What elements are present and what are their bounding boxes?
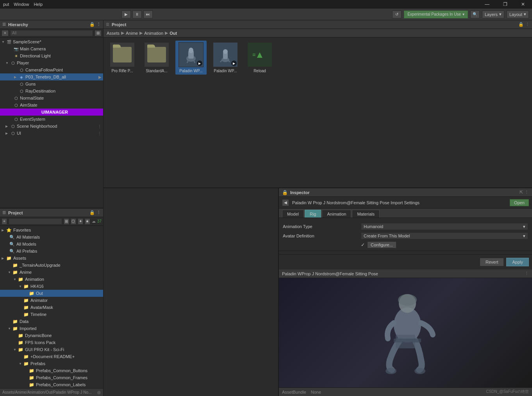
tree-item-samplescene[interactable]: ▼ 🎬 SampleScene* [0, 38, 103, 45]
project-item-all-prefabs[interactable]: 🔍 All Prefabs [0, 248, 103, 255]
project-icon3[interactable]: ✦ [78, 218, 83, 225]
inspector-back-button[interactable]: ◀ [282, 199, 289, 206]
project-icon4[interactable]: ★ [85, 218, 90, 225]
project-item-terrainautoupgrade[interactable]: 📁 _TerrainAutoUpgrade [0, 262, 103, 269]
tree-item-player[interactable]: ▼ ⬡ Player [0, 59, 103, 66]
inspector-more-icon[interactable]: ⋮ [525, 190, 529, 195]
tab-animation[interactable]: Animation [322, 210, 351, 218]
project-item-fpsicons[interactable]: 📁 FPS Icons Pack [0, 339, 103, 346]
inspector-open-button[interactable]: Open [510, 199, 529, 206]
project-item-readme[interactable]: 📁 +Document README+ [0, 353, 103, 360]
project-item-guipro[interactable]: ▼ 📁 GUI PRO Kit - Sci-Fi [0, 346, 103, 353]
configure-button[interactable]: Configure... [367, 241, 396, 248]
project-item-avatarmask[interactable]: 📁 AvatarMask [0, 304, 103, 311]
hierarchy-add-button[interactable]: + [2, 30, 9, 36]
file-item-standarda[interactable]: StandardA... [141, 41, 172, 75]
file-lock-icon[interactable]: 🔒 [518, 22, 524, 27]
tree-item-normalstate[interactable]: ⬡ NormalState [0, 95, 103, 102]
hierarchy-search[interactable] [10, 30, 93, 36]
gameobj-icon: ⬡ [19, 81, 24, 87]
project-item-out[interactable]: 📁 Out [0, 290, 103, 297]
file-more-icon[interactable]: ⋮ [525, 22, 530, 27]
breadcrumb-anime[interactable]: Anime [126, 31, 138, 36]
tab-rig[interactable]: Rig [305, 210, 321, 218]
tree-item-p03[interactable]: ▶ ◈ P03_Tenebro_DB_all ▶ [0, 73, 103, 80]
project-icon1[interactable]: ⊞ [64, 218, 69, 225]
tree-label: Scene Neighborhood [17, 124, 57, 128]
hierarchy-filter-button[interactable]: ⊞ [95, 30, 102, 36]
breadcrumb-out[interactable]: Out [170, 31, 177, 36]
project-item-assets[interactable]: ▶ 📁 Assets [0, 255, 103, 262]
layout-dropdown[interactable]: Layout ▾ [507, 11, 529, 18]
menu-put[interactable]: put [3, 2, 9, 7]
project-more-icon[interactable]: ⋮ [96, 210, 101, 215]
tab-model[interactable]: Model [282, 210, 304, 218]
maximize-button[interactable]: ❐ [496, 0, 514, 9]
import-tabs: Model Rig Animation Materials [279, 209, 532, 218]
inspector-expand-icon[interactable]: ⇱ [520, 190, 523, 195]
breadcrumb-assets[interactable]: Assets [107, 31, 120, 36]
file-label-paladin2: Paladin WP... [214, 69, 237, 73]
project-search[interactable] [9, 218, 62, 225]
project-lock-icon[interactable]: 🔒 [89, 210, 95, 215]
project-item-timeline[interactable]: 📁 Timeline [0, 311, 103, 318]
file-item-reload[interactable]: ▲ ≡ Reload [244, 41, 275, 75]
pause-button[interactable]: ⏸ [132, 11, 142, 18]
close-button[interactable]: ✕ [514, 0, 532, 9]
project-item-animator[interactable]: 📁 Animator [0, 297, 103, 304]
project-item-data[interactable]: 📁 Data [0, 318, 103, 325]
project-item-all-models[interactable]: 🔍 All Models [0, 241, 103, 248]
tree-item-guns[interactable]: ⬡ Guns [0, 80, 103, 87]
tree-item-uimanager[interactable]: UIMANAGER [0, 109, 103, 116]
packages-dropdown[interactable]: Experimental Packages In Use ▾ [404, 11, 468, 18]
project-item-anime[interactable]: ▼ 📁 Anime [0, 269, 103, 276]
file-menu-icon: ☰ [106, 22, 109, 27]
tree-item-directional-light[interactable]: ☀ Directional Light [0, 52, 103, 59]
search-button[interactable]: 🔍 [470, 11, 480, 18]
file-item-paladin2[interactable]: ▶ Paladin WP... [210, 41, 241, 75]
history-button[interactable]: ↺ [392, 11, 402, 18]
scroll-control[interactable]: ◎ [97, 390, 101, 394]
tree-item-scene-neighborhood[interactable]: ▶ ⬡ Scene Neighborhood ⋮ [0, 123, 103, 130]
tree-arrow: ▼ [5, 61, 10, 65]
tab-materials[interactable]: Materials [352, 210, 380, 218]
tree-item-aimstate[interactable]: ⬡ AimState [0, 102, 103, 109]
project-item-buttons[interactable]: 📁 Prefabs_Common_Buttons [0, 367, 103, 374]
project-item-all-materials[interactable]: 🔍 All Materials [0, 234, 103, 241]
menu-help[interactable]: Help [34, 2, 43, 7]
menu-window[interactable]: Window [14, 2, 29, 7]
window-controls[interactable]: — ❐ ✕ [478, 0, 532, 9]
tree-item-main-camera[interactable]: 📷 Main Camera [0, 45, 103, 52]
breadcrumb-animation[interactable]: Animation [144, 31, 163, 36]
tree-item-eventsystem[interactable]: ⬡ EventSystem [0, 116, 103, 123]
project-item-favorites[interactable]: ▶ ⭐ Favorites [0, 227, 103, 234]
minimize-button[interactable]: — [478, 0, 496, 9]
preview-more-icon[interactable]: ⋮ [525, 271, 529, 276]
tree-item-ui[interactable]: ▶ ⬡ UI ⋮ [0, 130, 103, 137]
hierarchy-more-icon[interactable]: ⋮ [96, 22, 101, 27]
project-item-labels[interactable]: 📁 Prefabs_Common_Labels [0, 381, 103, 388]
hierarchy-lock-icon[interactable]: 🔒 [89, 22, 95, 27]
project-item-animation[interactable]: ▼ 📁 Animation [0, 276, 103, 283]
animation-type-dropdown[interactable]: Humanoid ▾ [361, 223, 528, 230]
project-item-hk416[interactable]: ▼ 📁 HK416 [0, 283, 103, 290]
play-button[interactable]: ▶ [121, 11, 131, 18]
revert-button[interactable]: Revert [480, 258, 504, 266]
step-button[interactable]: ⏭ [143, 11, 153, 18]
left-panel: ☰ Hierarchy 🔒 ⋮ + ⊞ ▼ 🎬 SampleScene* [0, 20, 104, 396]
project-item-frames[interactable]: 📁 Prefabs_Common_Frames [0, 374, 103, 381]
tree-item-raydesitination[interactable]: ⬡ RayDesitination [0, 87, 103, 95]
project-item-imported[interactable]: ▼ 📁 Imported [0, 325, 103, 332]
avatar-definition-dropdown[interactable]: Create From This Model ▾ [361, 232, 528, 239]
tree-item-camerafollowpoint[interactable]: ⬡ CameraFollowPoint [0, 66, 103, 73]
project-icon2[interactable]: ⬡ [71, 218, 76, 225]
layers-dropdown[interactable]: Layers ▾ [482, 11, 504, 18]
project-item-dynamicbone[interactable]: 📁 DynamicBone [0, 332, 103, 339]
project-add-button[interactable]: + [2, 218, 7, 225]
file-item-prorifle[interactable]: Pro Rifle P... [107, 41, 138, 75]
inspector-lock-icon[interactable]: 🔒 [282, 190, 288, 195]
apply-button[interactable]: Apply [506, 258, 529, 266]
menu-bar[interactable]: put Window Help [3, 2, 43, 7]
project-item-prefabs[interactable]: ▼ 📁 Prefabs [0, 360, 103, 367]
file-item-paladin1[interactable]: ▶ Paladin WP... [175, 41, 207, 75]
